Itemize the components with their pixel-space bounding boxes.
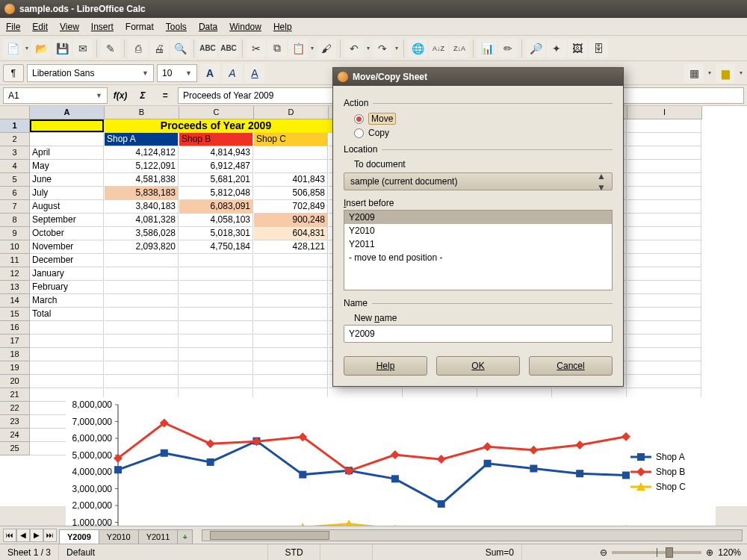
- list-item[interactable]: Y2009: [344, 211, 612, 224]
- cell[interactable]: [627, 308, 701, 321]
- cell[interactable]: [627, 173, 701, 187]
- cell[interactable]: December: [30, 254, 104, 267]
- cell[interactable]: [179, 375, 253, 388]
- cell[interactable]: [254, 321, 328, 335]
- cell[interactable]: [254, 294, 328, 308]
- cell[interactable]: August: [30, 200, 104, 214]
- column-header[interactable]: B: [105, 106, 179, 119]
- cell[interactable]: [179, 361, 253, 375]
- cell[interactable]: 3,840,183: [105, 200, 179, 214]
- cell[interactable]: [105, 294, 179, 308]
- cell[interactable]: [254, 335, 328, 348]
- cell[interactable]: 3,586,028: [105, 227, 179, 240]
- row-header[interactable]: 16: [0, 321, 29, 335]
- cell[interactable]: [179, 267, 253, 281]
- paste-icon[interactable]: 📋: [288, 39, 308, 58]
- cell[interactable]: March: [30, 294, 104, 308]
- horizontal-scrollbar[interactable]: [202, 529, 743, 541]
- pdf-icon[interactable]: ⎙: [128, 39, 148, 58]
- scrollbar-thumb[interactable]: [210, 531, 329, 540]
- tab-prev-icon[interactable]: ◀: [16, 529, 30, 542]
- save-icon[interactable]: 💾: [52, 39, 72, 58]
- cell[interactable]: [179, 308, 253, 321]
- zoom-knob[interactable]: [666, 547, 673, 558]
- menu-insert[interactable]: Insert: [85, 19, 120, 34]
- tab-first-icon[interactable]: ⏮: [3, 529, 16, 542]
- gallery-icon[interactable]: 🖼: [568, 39, 587, 58]
- cell[interactable]: [179, 281, 253, 294]
- cell-reference-box[interactable]: A1▼: [3, 87, 108, 104]
- cell[interactable]: [105, 348, 179, 361]
- row-header[interactable]: 15: [0, 308, 29, 321]
- cell[interactable]: [627, 321, 701, 335]
- cell[interactable]: [627, 361, 701, 375]
- menu-data[interactable]: Data: [193, 19, 223, 34]
- cell[interactable]: [105, 308, 179, 321]
- row-header[interactable]: 25: [0, 442, 29, 455]
- cell[interactable]: [30, 321, 104, 335]
- cell[interactable]: 4,124,812: [105, 146, 179, 160]
- menu-edit[interactable]: Edit: [26, 19, 54, 34]
- row-header[interactable]: 10: [0, 240, 29, 254]
- cell[interactable]: 428,121: [254, 240, 328, 254]
- cell[interactable]: 4,081,328: [105, 214, 179, 227]
- row-header[interactable]: 21: [0, 388, 29, 402]
- cell[interactable]: 4,814,943: [179, 146, 253, 160]
- zoom-out-icon[interactable]: ⊖: [600, 547, 607, 558]
- cell[interactable]: 506,858: [254, 187, 328, 200]
- highlight-dropdown-icon[interactable]: ▾: [738, 63, 744, 83]
- help-button[interactable]: Help: [344, 356, 427, 376]
- zoom-value[interactable]: 120%: [718, 547, 741, 558]
- cell[interactable]: 4,058,103: [179, 214, 253, 227]
- cell[interactable]: [627, 187, 701, 200]
- cell[interactable]: 5,838,183: [105, 187, 179, 200]
- cell[interactable]: November: [30, 240, 104, 254]
- open-icon[interactable]: 📂: [31, 39, 51, 58]
- email-icon[interactable]: ✉: [73, 39, 93, 58]
- cell[interactable]: Shop A: [105, 133, 179, 146]
- cell[interactable]: [105, 335, 179, 348]
- format-paint-icon[interactable]: 🖌: [317, 39, 336, 58]
- grid-icon[interactable]: ▦: [684, 63, 704, 83]
- cell[interactable]: [627, 294, 701, 308]
- cell[interactable]: [179, 335, 253, 348]
- italic-icon[interactable]: A: [223, 63, 242, 83]
- sheet-tab-y2011[interactable]: Y2011: [138, 529, 179, 544]
- cell[interactable]: [105, 267, 179, 281]
- cell[interactable]: [30, 133, 104, 146]
- sort-desc-icon[interactable]: Z↓A: [450, 39, 469, 58]
- row-header[interactable]: 19: [0, 361, 29, 375]
- cell[interactable]: May: [30, 160, 104, 173]
- list-item[interactable]: Y2011: [344, 237, 612, 251]
- cell[interactable]: [627, 335, 701, 348]
- cell[interactable]: [627, 348, 701, 361]
- row-header[interactable]: 13: [0, 281, 29, 294]
- column-header[interactable]: C: [179, 106, 254, 119]
- sheet-tab-y2009[interactable]: Y2009: [59, 529, 99, 544]
- font-size-combo[interactable]: 10▼: [157, 64, 197, 82]
- navigator-icon[interactable]: ✦: [547, 39, 566, 58]
- sum-icon[interactable]: Σ: [133, 87, 152, 104]
- cell[interactable]: [627, 281, 701, 294]
- ok-button[interactable]: OK: [436, 356, 520, 376]
- row-header[interactable]: 2: [0, 133, 29, 146]
- cell[interactable]: [105, 375, 179, 388]
- cell[interactable]: 4,581,838: [105, 173, 179, 187]
- dialog-close-icon[interactable]: [338, 72, 348, 82]
- sort-asc-icon[interactable]: A↓Z: [429, 39, 448, 58]
- grid-dropdown-icon[interactable]: ▾: [707, 63, 713, 83]
- cell[interactable]: [254, 361, 328, 375]
- row-header[interactable]: 3: [0, 146, 29, 160]
- cell[interactable]: [254, 267, 328, 281]
- redo-icon[interactable]: ↷: [373, 39, 392, 58]
- cell[interactable]: [105, 361, 179, 375]
- row-header[interactable]: 9: [0, 227, 29, 240]
- cell[interactable]: [30, 335, 104, 348]
- cell[interactable]: [105, 254, 179, 267]
- cell[interactable]: [627, 146, 701, 160]
- cell[interactable]: 5,681,201: [179, 173, 253, 187]
- cell[interactable]: Shop B: [179, 133, 253, 146]
- menu-file[interactable]: File: [0, 19, 26, 34]
- cell[interactable]: [105, 321, 179, 335]
- hyperlink-icon[interactable]: 🌐: [408, 39, 427, 58]
